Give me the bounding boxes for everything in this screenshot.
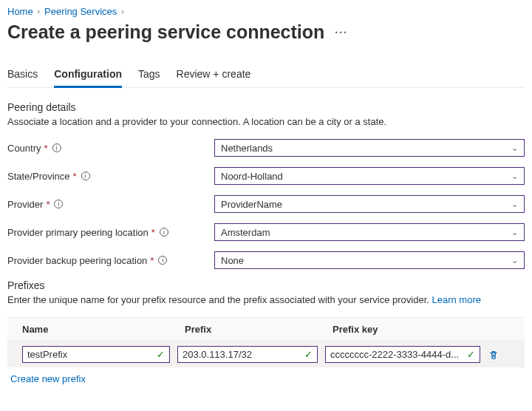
info-icon[interactable]: i	[54, 200, 63, 208]
backup-location-value: None	[221, 255, 244, 266]
peering-details-title: Peering details	[7, 101, 525, 113]
chevron-right-icon: ›	[38, 7, 40, 16]
page-title-text: Create a peering service connection	[7, 21, 324, 43]
prefixes-title: Prefixes	[7, 279, 525, 291]
primary-location-label: Provider primary peering location* i	[7, 227, 214, 238]
col-header-prefix-key: Prefix key	[332, 324, 517, 335]
check-icon: ✓	[157, 349, 165, 360]
learn-more-link[interactable]: Learn more	[432, 294, 480, 305]
tabs: Basics Configuration Tags Review + creat…	[7, 64, 525, 88]
prefix-name-input[interactable]: testPrefix ✓	[22, 346, 170, 363]
primary-location-select[interactable]: Amsterdam ⌄	[214, 223, 525, 241]
prefixes-desc: Enter the unique name for your prefix re…	[7, 294, 525, 305]
info-icon[interactable]: i	[158, 256, 167, 265]
col-header-prefix: Prefix	[185, 324, 332, 335]
create-new-prefix-link[interactable]: Create new prefix	[10, 373, 86, 384]
state-value: Noord-Holland	[221, 171, 283, 182]
peering-details-desc: Associate a location and a provider to y…	[7, 116, 525, 127]
country-label: Country* i	[7, 143, 214, 154]
page-title: Create a peering service connection ···	[7, 21, 525, 43]
delete-icon[interactable]	[488, 349, 499, 361]
chevron-down-icon: ⌄	[511, 171, 518, 181]
primary-location-value: Amsterdam	[221, 227, 270, 238]
prefix-name-value: testPrefix	[27, 349, 67, 360]
backup-location-label: Provider backup peering location* i	[7, 255, 214, 266]
tab-configuration[interactable]: Configuration	[54, 64, 122, 88]
prefix-key-value: cccccccc-2222-3333-4444-d...	[330, 349, 459, 360]
chevron-right-icon: ›	[121, 7, 123, 16]
table-header: Name Prefix Prefix key	[7, 317, 525, 342]
prefix-key-input[interactable]: cccccccc-2222-3333-4444-d... ✓	[325, 346, 480, 363]
breadcrumb: Home › Peering Services ›	[7, 6, 525, 17]
state-label: State/Province* i	[7, 171, 214, 182]
tab-tags[interactable]: Tags	[138, 64, 160, 87]
backup-location-select[interactable]: None ⌄	[214, 251, 525, 269]
tab-review-create[interactable]: Review + create	[177, 64, 251, 87]
provider-select[interactable]: ProviderName ⌄	[214, 195, 525, 213]
check-icon: ✓	[304, 349, 313, 360]
chevron-down-icon: ⌄	[511, 143, 518, 153]
chevron-down-icon: ⌄	[511, 256, 518, 265]
breadcrumb-home[interactable]: Home	[7, 6, 33, 17]
chevron-down-icon: ⌄	[511, 228, 518, 237]
more-actions-icon[interactable]: ···	[335, 27, 348, 38]
col-header-name: Name	[22, 324, 185, 335]
tab-basics[interactable]: Basics	[7, 64, 38, 87]
country-select[interactable]: Netherlands ⌄	[214, 139, 525, 157]
table-row: testPrefix ✓ 203.0.113.17/32 ✓ cccccccc-…	[7, 342, 525, 367]
country-value: Netherlands	[221, 143, 273, 154]
info-icon[interactable]: i	[52, 143, 61, 152]
state-select[interactable]: Noord-Holland ⌄	[214, 167, 525, 185]
info-icon[interactable]: i	[160, 228, 168, 237]
provider-label: Provider* i	[7, 199, 214, 210]
prefix-input[interactable]: 203.0.113.17/32 ✓	[177, 346, 318, 363]
info-icon[interactable]: i	[81, 171, 90, 180]
prefixes-table: Name Prefix Prefix key testPrefix ✓ 203.…	[7, 317, 525, 367]
check-icon: ✓	[467, 349, 475, 360]
prefix-value: 203.0.113.17/32	[183, 349, 252, 360]
provider-value: ProviderName	[221, 199, 282, 210]
chevron-down-icon: ⌄	[511, 200, 518, 209]
breadcrumb-peering-services[interactable]: Peering Services	[44, 6, 117, 17]
